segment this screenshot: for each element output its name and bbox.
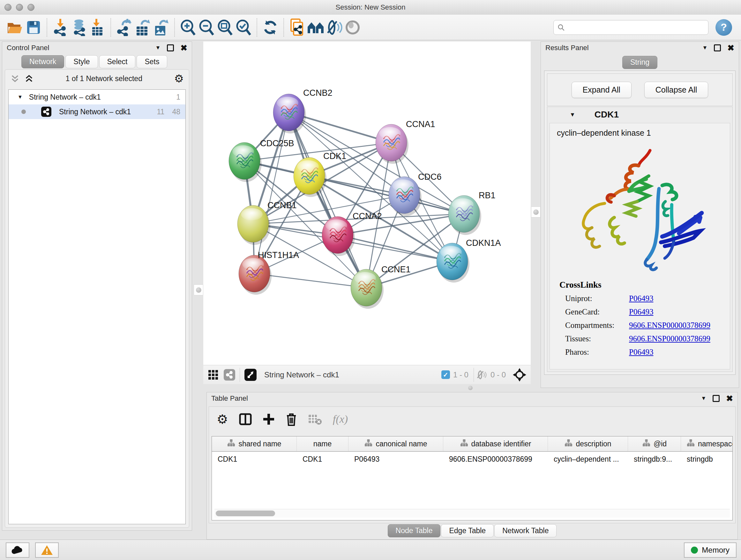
delete-column-icon[interactable] bbox=[286, 413, 297, 426]
selected-nodes-checkbox[interactable]: ✓ bbox=[441, 370, 450, 379]
network-collection-row[interactable]: ▼ String Network – cdk1 1 bbox=[9, 90, 185, 105]
expand-all-button[interactable]: Expand All bbox=[571, 82, 631, 98]
expand-all-icon[interactable] bbox=[24, 74, 34, 83]
network-style-icon[interactable] bbox=[224, 369, 235, 381]
export-image-button[interactable] bbox=[152, 17, 171, 37]
delete-table-icon[interactable] bbox=[308, 414, 322, 425]
column-header-name[interactable]: name bbox=[297, 436, 348, 451]
table-cell[interactable]: CDK1 bbox=[297, 452, 348, 466]
left-splitter-handle[interactable] bbox=[194, 285, 203, 295]
table-cell[interactable]: stringdb bbox=[681, 452, 733, 466]
panel-menu-icon[interactable]: ▼ bbox=[155, 45, 160, 51]
export-network-button[interactable] bbox=[115, 17, 133, 37]
collapse-all-icon[interactable] bbox=[10, 74, 20, 83]
import-table-button[interactable] bbox=[88, 17, 107, 37]
grid-view-icon[interactable] bbox=[208, 369, 219, 380]
zoom-selected-button[interactable] bbox=[234, 17, 253, 37]
tab-style[interactable]: Style bbox=[65, 55, 98, 68]
gene-expander-icon[interactable]: ▼ bbox=[569, 111, 576, 118]
tab-select[interactable]: Select bbox=[99, 55, 136, 68]
table-row[interactable]: CDK1CDK1P064939606.ENSP00000378699cyclin… bbox=[212, 452, 732, 466]
tab-node-table[interactable]: Node Table bbox=[388, 524, 441, 537]
open-session-button[interactable] bbox=[6, 17, 24, 37]
tab-network[interactable]: Network bbox=[21, 55, 64, 68]
import-database-button[interactable] bbox=[70, 17, 88, 37]
node-CCNE1[interactable]: CCNE1 bbox=[351, 265, 411, 309]
close-panel-icon[interactable]: ✖ bbox=[726, 394, 733, 402]
save-session-button[interactable] bbox=[24, 17, 43, 37]
float-panel-icon[interactable] bbox=[714, 44, 721, 51]
tab-edge-table[interactable]: Edge Table bbox=[441, 524, 494, 537]
fit-content-crosshair-icon[interactable] bbox=[513, 368, 526, 381]
table-cell[interactable]: stringdb:9... bbox=[628, 452, 681, 466]
zoom-out-button[interactable] bbox=[197, 17, 216, 37]
birds-eye-view-icon[interactable] bbox=[245, 369, 257, 381]
float-panel-icon[interactable] bbox=[167, 44, 174, 51]
search-box[interactable] bbox=[553, 20, 709, 35]
scrollbar-thumb[interactable] bbox=[216, 510, 275, 516]
table-cell[interactable]: P06493 bbox=[348, 452, 443, 466]
refresh-layout-button[interactable] bbox=[261, 17, 280, 37]
search-input[interactable] bbox=[565, 23, 704, 32]
crosslink-link[interactable]: 9606.ENSP00000378699 bbox=[629, 334, 711, 343]
current-network-dot bbox=[21, 110, 26, 114]
node-CCNB1[interactable]: CCNB1 bbox=[238, 200, 297, 245]
network-canvas[interactable]: CCNB2CCNA1CDC25BCDK1CDC6RB1CCNB1CCNA2CDK… bbox=[203, 42, 531, 365]
edge-CCNB2-CCNE1[interactable] bbox=[289, 112, 366, 288]
node-RB1[interactable]: RB1 bbox=[448, 191, 495, 235]
zoom-in-button[interactable] bbox=[179, 17, 197, 37]
crosslink-link[interactable]: P06493 bbox=[629, 348, 653, 357]
node-CDC6[interactable]: CDC6 bbox=[389, 172, 442, 216]
collection-expander-icon[interactable]: ▼ bbox=[17, 94, 23, 100]
column-header-database-identifier[interactable]: database identifier bbox=[443, 436, 548, 451]
help-button[interactable]: ? bbox=[716, 19, 732, 36]
memory-button[interactable]: Memory bbox=[684, 543, 737, 558]
cloud-button[interactable] bbox=[6, 543, 29, 558]
node-table[interactable]: shared namenamecanonical namedatabase id… bbox=[212, 436, 733, 520]
string-home-button[interactable] bbox=[307, 17, 325, 37]
table-horizontal-scrollbar[interactable] bbox=[214, 509, 730, 517]
close-panel-icon[interactable]: ✖ bbox=[727, 44, 734, 52]
collection-count: 1 bbox=[176, 93, 180, 102]
right-splitter-handle[interactable] bbox=[531, 206, 541, 217]
node-CCNB2[interactable]: CCNB2 bbox=[273, 88, 333, 133]
column-header-shared-name[interactable]: shared name bbox=[212, 436, 297, 451]
tab-sets[interactable]: Sets bbox=[137, 55, 167, 68]
network-options-gear-icon[interactable]: ⚙ bbox=[174, 73, 184, 84]
zoom-fit-button[interactable] bbox=[216, 17, 234, 37]
table-cell[interactable]: 9606.ENSP00000378699 bbox=[443, 452, 548, 466]
table-cell[interactable]: cyclin–dependent ... bbox=[548, 452, 628, 466]
panel-menu-icon[interactable]: ▼ bbox=[702, 45, 708, 51]
table-options-gear-icon[interactable]: ⚙ bbox=[217, 413, 228, 426]
crosslink-link[interactable]: P06493 bbox=[629, 294, 653, 303]
node-CDKN1A[interactable]: CDKN1A bbox=[436, 238, 501, 283]
create-column-icon[interactable] bbox=[263, 413, 275, 425]
column-header-namespace[interactable]: namespace bbox=[681, 436, 733, 451]
node-CDC25B[interactable]: CDC25B bbox=[229, 138, 294, 182]
warnings-button[interactable] bbox=[35, 543, 59, 558]
node-HIST1H1A[interactable]: HIST1H1A bbox=[239, 250, 299, 295]
column-header-@id[interactable]: @id bbox=[628, 436, 681, 451]
column-header-canonical-name[interactable]: canonical name bbox=[348, 436, 443, 451]
tab-string[interactable]: String bbox=[622, 56, 657, 69]
crosslink-link[interactable]: 9606.ENSP00000378699 bbox=[629, 321, 711, 330]
function-builder-icon[interactable]: f(x) bbox=[333, 413, 348, 425]
export-table-button[interactable] bbox=[133, 17, 152, 37]
edge-CCNB2-HIST1H1A[interactable] bbox=[254, 112, 289, 273]
show-columns-icon[interactable] bbox=[239, 413, 252, 426]
tab-network-table[interactable]: Network Table bbox=[494, 524, 556, 537]
import-network-button[interactable] bbox=[51, 17, 70, 37]
glass-effect-button[interactable] bbox=[325, 17, 343, 37]
show-structures-button[interactable] bbox=[343, 17, 362, 37]
collapse-all-button[interactable]: Collapse All bbox=[644, 82, 709, 98]
table-cell[interactable]: CDK1 bbox=[212, 452, 297, 466]
crosslink-link[interactable]: P06493 bbox=[629, 307, 653, 316]
hidden-elements-icon[interactable] bbox=[476, 370, 487, 380]
network-row[interactable]: String Network – cdk1 11 48 bbox=[9, 105, 185, 119]
panel-menu-icon[interactable]: ▼ bbox=[701, 395, 706, 401]
bottom-splitter-handle[interactable] bbox=[465, 385, 475, 391]
column-header-description[interactable]: description bbox=[548, 436, 628, 451]
float-panel-icon[interactable] bbox=[713, 395, 720, 402]
string-enrichment-button[interactable] bbox=[288, 17, 307, 37]
close-panel-icon[interactable]: ✖ bbox=[180, 44, 187, 52]
